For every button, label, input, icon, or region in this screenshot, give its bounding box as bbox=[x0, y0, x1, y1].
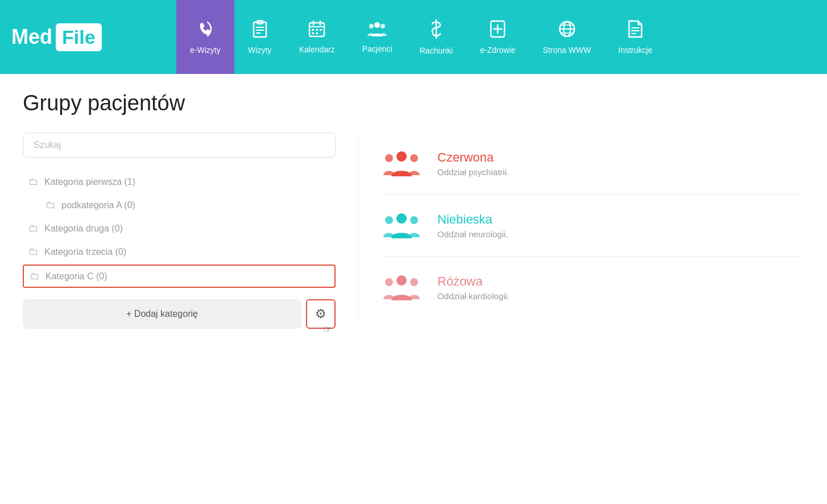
logo-area: Med File bbox=[0, 0, 176, 74]
category-list: 🗀 Kategoria pierwsza (1) 🗀 podkategoria … bbox=[23, 171, 336, 288]
group-name: Czerwona bbox=[437, 150, 804, 165]
right-panel: Czerwona Oddział psychiatrii. bbox=[358, 133, 804, 318]
header: Med File e-Wizyty bbox=[0, 0, 827, 74]
logo: Med File bbox=[11, 23, 102, 51]
svg-point-14 bbox=[374, 22, 380, 28]
group-name: Niebieska bbox=[437, 212, 804, 227]
nav-label-kalendarz: Kalendarz bbox=[299, 45, 335, 54]
left-panel: 🗀 Kategoria pierwsza (1) 🗀 podkategoria … bbox=[23, 133, 358, 329]
svg-point-29 bbox=[396, 151, 407, 162]
list-item[interactable]: 🗀 Kategoria trzecia (0) bbox=[23, 241, 336, 262]
group-info-rozowa: Różowa Oddział kardiologii. bbox=[437, 274, 804, 301]
group-icon-rozowa bbox=[382, 270, 421, 304]
group-desc: Oddział neurologii. bbox=[437, 229, 804, 239]
group-desc: Oddział kardiologii. bbox=[437, 291, 804, 301]
nav-item-wizyty[interactable]: Wizyty bbox=[234, 0, 286, 74]
globe-icon bbox=[558, 20, 576, 42]
nav-item-strona-www[interactable]: Strona WWW bbox=[529, 0, 605, 74]
logo-med-text: Med bbox=[11, 25, 52, 49]
nav-item-e-zdrowie[interactable]: e-Zdrowie bbox=[466, 0, 529, 74]
nav-label-strona-www: Strona WWW bbox=[543, 46, 591, 55]
main-content: Grupy pacjentów 🗀 Kategoria pierwsza (1)… bbox=[0, 74, 827, 504]
list-item[interactable]: 🗀 podkategoria A (0) bbox=[23, 195, 336, 216]
svg-point-31 bbox=[410, 154, 418, 162]
gear-icon: ⚙ bbox=[315, 307, 326, 321]
bottom-actions: + Dodaj kategorię ⚙ ☞ bbox=[23, 299, 336, 329]
svg-point-15 bbox=[369, 24, 374, 28]
folder-icon: 🗀 bbox=[28, 222, 39, 234]
group-item-niebieska[interactable]: Niebieska Oddział neurologii. bbox=[382, 195, 804, 257]
nav-label-instrukcje: Instrukcje bbox=[618, 46, 652, 55]
category-label: podkategoria A (0) bbox=[61, 200, 135, 210]
main-nav: e-Wizyty Wizyty bbox=[176, 0, 827, 74]
nav-item-pacjenci[interactable]: Pacjenci bbox=[349, 0, 406, 74]
svg-point-36 bbox=[385, 278, 393, 286]
group-name: Różowa bbox=[437, 274, 804, 289]
doc-icon bbox=[628, 20, 643, 42]
svg-point-16 bbox=[381, 24, 385, 28]
list-item-highlighted[interactable]: 🗀 Kategoria C (0) bbox=[23, 265, 336, 288]
nav-label-pacjenci: Pacjenci bbox=[362, 44, 392, 53]
group-icon-niebieska bbox=[382, 208, 421, 242]
svg-point-37 bbox=[410, 278, 418, 286]
list-item[interactable]: 🗀 Kategoria druga (0) bbox=[23, 218, 336, 239]
folder-icon: 🗀 bbox=[28, 246, 39, 258]
nav-label-rachunki: Rachunki bbox=[420, 46, 453, 55]
group-item-czerwona[interactable]: Czerwona Oddział psychiatrii. bbox=[382, 133, 804, 195]
svg-point-30 bbox=[385, 154, 393, 162]
cursor-icon: ☞ bbox=[323, 323, 332, 336]
nav-label-wizyty: Wizyty bbox=[248, 46, 271, 55]
nav-label-e-wizyty: e-Wizyty bbox=[190, 46, 221, 55]
folder-icon: 🗀 bbox=[28, 176, 39, 188]
svg-rect-12 bbox=[312, 32, 314, 34]
calendar-icon bbox=[308, 20, 325, 42]
folder-icon: 🗀 bbox=[46, 199, 56, 211]
group-info-czerwona: Czerwona Oddział psychiatrii. bbox=[437, 150, 804, 177]
logo-file-text: File bbox=[56, 23, 102, 51]
clipboard-icon bbox=[251, 20, 268, 42]
svg-rect-9 bbox=[312, 29, 314, 31]
people-icon bbox=[367, 21, 387, 41]
nav-item-e-wizyty[interactable]: e-Wizyty bbox=[176, 0, 234, 74]
nav-item-rachunki[interactable]: Rachunki bbox=[406, 0, 466, 74]
group-info-niebieska: Niebieska Oddział neurologii. bbox=[437, 212, 804, 239]
group-desc: Oddział psychiatrii. bbox=[437, 167, 804, 177]
medical-plus-icon bbox=[490, 20, 506, 42]
folder-icon: 🗀 bbox=[30, 270, 40, 282]
page-title: Grupy pacjentów bbox=[23, 91, 804, 115]
svg-point-33 bbox=[385, 216, 393, 224]
svg-rect-13 bbox=[316, 32, 318, 34]
group-item-rozowa[interactable]: Różowa Oddział kardiologii. bbox=[382, 257, 804, 318]
search-input[interactable] bbox=[23, 133, 336, 158]
category-label: Kategoria druga (0) bbox=[44, 224, 123, 234]
nav-item-instrukcje[interactable]: Instrukcje bbox=[605, 0, 666, 74]
category-label: Kategoria trzecia (0) bbox=[44, 247, 126, 257]
category-label: Kategoria C (0) bbox=[46, 271, 107, 282]
nav-label-e-zdrowie: e-Zdrowie bbox=[480, 46, 515, 55]
group-icon-czerwona bbox=[382, 146, 421, 180]
dollar-icon bbox=[429, 19, 443, 43]
svg-point-35 bbox=[396, 275, 407, 286]
settings-button[interactable]: ⚙ ☞ bbox=[306, 299, 336, 329]
list-item[interactable]: 🗀 Kategoria pierwsza (1) bbox=[23, 171, 336, 192]
content-layout: 🗀 Kategoria pierwsza (1) 🗀 podkategoria … bbox=[23, 133, 804, 329]
nav-item-kalendarz[interactable]: Kalendarz bbox=[286, 0, 349, 74]
svg-point-34 bbox=[410, 216, 418, 224]
svg-rect-10 bbox=[316, 29, 318, 31]
add-category-button[interactable]: + Dodaj kategorię bbox=[23, 299, 301, 329]
svg-rect-11 bbox=[320, 29, 322, 31]
phone-icon bbox=[196, 20, 214, 42]
category-label: Kategoria pierwsza (1) bbox=[44, 177, 135, 187]
svg-point-32 bbox=[396, 213, 407, 224]
